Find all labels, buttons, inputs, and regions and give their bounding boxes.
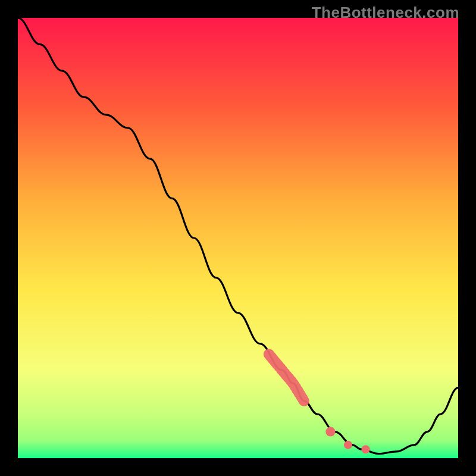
chart-frame: TheBottleneck.com bbox=[0, 0, 476, 476]
recommended-point bbox=[325, 427, 335, 437]
bottleneck-chart bbox=[18, 18, 458, 458]
recommended-point bbox=[344, 441, 352, 449]
plot-background bbox=[18, 18, 458, 458]
recommended-point bbox=[362, 445, 370, 453]
